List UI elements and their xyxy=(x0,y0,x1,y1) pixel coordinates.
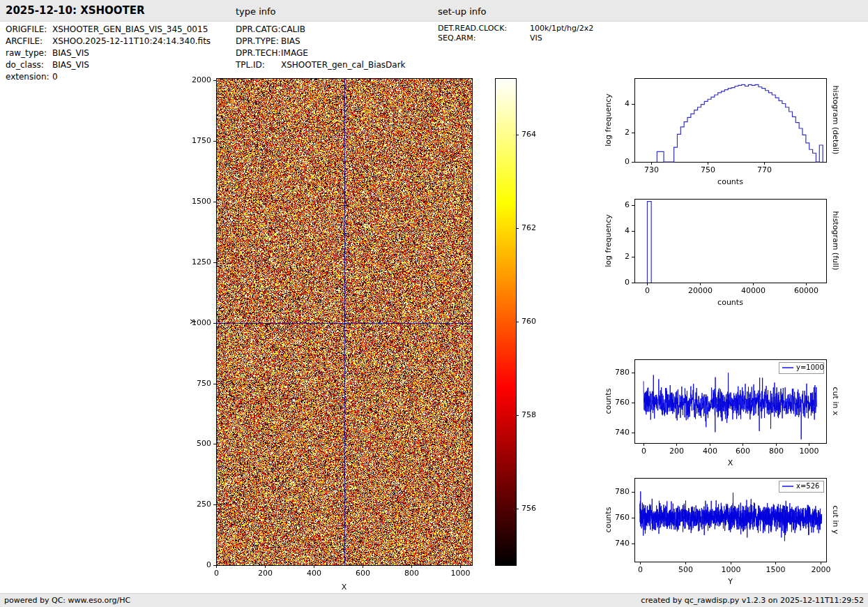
meta-label: extension: xyxy=(6,71,52,83)
meta-value: BIAS_VIS xyxy=(52,47,89,59)
meta-label: do_class: xyxy=(6,59,52,71)
meta-label: ORIGFILE: xyxy=(6,24,52,36)
meta-value: 100k/1pt/hg/2x2 xyxy=(530,24,593,33)
meta-label: DPR.CATG: xyxy=(236,24,281,36)
meta-row: ORIGFILE:XSHOOTER_GEN_BIAS_VIS_345_0015 xyxy=(6,24,211,36)
meta-label: DPR.TECH: xyxy=(236,47,281,59)
footer-bar: powered by QC: www.eso.org/HC created by… xyxy=(0,593,868,607)
meta-row: DET.READ.CLOCK:100k/1pt/hg/2x2 xyxy=(438,24,593,33)
meta-value: VIS xyxy=(530,33,542,43)
meta-row: SEQ.ARM:VIS xyxy=(438,33,593,43)
meta-label: ARCFILE: xyxy=(6,36,52,47)
setup-info-block: DET.READ.CLOCK:100k/1pt/hg/2x2SEQ.ARM:VI… xyxy=(438,24,593,43)
histogram-full-plot xyxy=(600,190,868,316)
footer-created-by: created by qc_rawdisp.py v1.2.3 on 2025-… xyxy=(641,596,864,605)
meta-label: SEQ.ARM: xyxy=(438,33,530,43)
meta-value: XSHOO.2025-12-11T10:24:14.340.fits xyxy=(52,36,211,47)
setup-info-header: set-up info xyxy=(438,6,487,17)
meta-row: extension:0 xyxy=(6,71,211,83)
histogram-detail-plot xyxy=(600,70,868,195)
meta-value: BIAS_VIS xyxy=(52,59,89,71)
meta-row: DPR.TYPE:BIAS xyxy=(236,36,406,47)
bias-image-plot xyxy=(181,66,551,593)
footer-powered-by: powered by QC: www.eso.org/HC xyxy=(4,596,130,605)
meta-value: BIAS xyxy=(281,36,300,47)
meta-value: 0 xyxy=(52,71,58,83)
header-bar: 2025-12-10: XSHOOTER type info set-up in… xyxy=(0,0,868,22)
qc-rawdisp-page: 2025-12-10: XSHOOTER type info set-up in… xyxy=(0,0,868,607)
page-title: 2025-12-10: XSHOOTER xyxy=(6,4,145,17)
meta-label: DPR.TYPE: xyxy=(236,36,281,47)
meta-label: DET.READ.CLOCK: xyxy=(438,24,530,33)
meta-value: XSHOOTER_GEN_BIAS_VIS_345_0015 xyxy=(52,24,208,36)
cut-in-x-plot xyxy=(600,351,868,477)
type-info-block: DPR.CATG:CALIBDPR.TYPE:BIASDPR.TECH:IMAG… xyxy=(236,24,406,71)
meta-row: do_class:BIAS_VIS xyxy=(6,59,211,71)
meta-row: DPR.CATG:CALIB xyxy=(236,24,406,36)
meta-row: ARCFILE:XSHOO.2025-12-11T10:24:14.340.fi… xyxy=(6,36,211,47)
cut-in-y-plot xyxy=(600,470,868,595)
type-info-header: type info xyxy=(236,6,276,17)
meta-value: CALIB xyxy=(281,24,305,36)
meta-value: IMAGE xyxy=(281,47,308,59)
file-metadata-block: ORIGFILE:XSHOOTER_GEN_BIAS_VIS_345_0015A… xyxy=(6,24,211,83)
meta-row: raw_type:BIAS_VIS xyxy=(6,47,211,59)
meta-label: raw_type: xyxy=(6,47,52,59)
meta-row: DPR.TECH:IMAGE xyxy=(236,47,406,59)
